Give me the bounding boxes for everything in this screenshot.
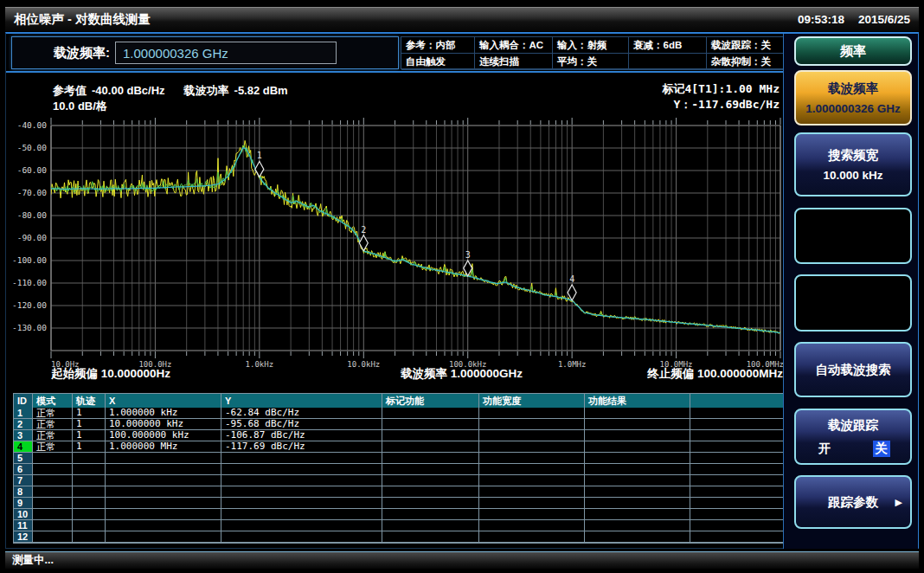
sidebar-button-blank-1[interactable]	[794, 208, 912, 264]
marker-cell	[690, 520, 787, 531]
softkey-value: 1.000000326 GHz	[805, 102, 901, 115]
marker-cell	[479, 441, 585, 453]
marker-table-row[interactable]: 1正常11.000000 kHz-62.84 dBc/Hz	[14, 408, 787, 419]
marker-cell	[479, 498, 585, 509]
marker-cell: -106.87 dBc/Hz	[221, 430, 382, 441]
marker-cell	[221, 464, 382, 475]
marker-cell	[690, 408, 787, 419]
marker-table-row[interactable]: 2正常110.000000 kHz-95.68 dBc/Hz	[14, 419, 787, 430]
marker-cell	[690, 441, 787, 453]
marker-cell	[690, 475, 787, 486]
setting-cell-r1-c2: 输入耦合：AC	[475, 37, 553, 54]
sidebar-button-carrier-tracking[interactable]: 载波跟踪开关	[794, 409, 912, 465]
marker-cell	[221, 453, 382, 464]
marker-cell	[106, 453, 221, 464]
marker-cell	[585, 453, 690, 464]
marker-cell	[585, 509, 690, 520]
sidebar-button-auto-carrier-search[interactable]: 自动载波搜索	[794, 342, 912, 397]
svg-text:1.0kHz: 1.0kHz	[246, 360, 274, 369]
marker-table-row[interactable]: 7	[14, 475, 787, 486]
sidebar-button-tracking-params[interactable]: 跟踪参数▶	[794, 475, 912, 529]
marker-cell: 模式	[33, 394, 73, 408]
marker-cell	[221, 509, 382, 520]
phase-noise-chart: -40.00-50.00-60.00-70.00-80.00-90.00-100…	[11, 74, 786, 390]
svg-text:-80.00: -80.00	[17, 210, 48, 220]
marker-cell: 正常	[33, 419, 73, 430]
marker-cell	[73, 509, 106, 520]
marker-cell	[73, 453, 106, 464]
start-offset-label: 起始频偏 10.000000Hz	[51, 366, 170, 382]
sidebar-button-blank-2[interactable]	[794, 274, 912, 332]
marker-table-row[interactable]: 10	[14, 509, 787, 520]
marker-cell	[585, 498, 690, 509]
marker-cell	[382, 509, 479, 520]
marker-table-row[interactable]: 6	[14, 464, 787, 475]
setting-cell-r2-c3: 平均：关	[553, 54, 629, 70]
marker-cell	[106, 509, 221, 520]
time-display: 09:53:18	[798, 13, 844, 26]
svg-text:-50.00: -50.00	[17, 143, 48, 152]
marker-table-row[interactable]: 4正常11.000000 MHz-117.69 dBc/Hz	[14, 441, 787, 453]
status-bar: 测量中...	[5, 551, 919, 569]
toggle-off-option[interactable]: 关	[873, 441, 891, 457]
carrier-frequency-input-bar[interactable]: 载波频率: 1.000000326 GHz	[11, 36, 399, 69]
measurement-settings-table: 参考：内部输入耦合：AC输入：射频衰减：6dB载波跟踪：关自由触发连续扫描平均：…	[401, 36, 786, 69]
marker-cell	[33, 453, 73, 464]
marker-cell	[33, 486, 73, 498]
toggle-on-option[interactable]: 开	[816, 441, 834, 457]
marker-cell	[585, 486, 690, 498]
marker-id-cell: 11	[14, 520, 33, 531]
svg-text:-40.00: -40.00	[17, 120, 48, 130]
marker-cell	[73, 475, 106, 486]
marker-cell	[382, 464, 479, 475]
marker-cell: 标记功能	[382, 394, 479, 408]
marker-cell	[479, 475, 585, 486]
marker-cell	[221, 531, 382, 543]
setting-cell-r1-c1: 参考：内部	[401, 37, 475, 54]
marker-cell	[221, 498, 382, 509]
setting-cell-r1-c3: 输入：射频	[553, 37, 629, 54]
svg-text:10.0kHz: 10.0kHz	[347, 360, 380, 369]
svg-text:4: 4	[569, 274, 574, 284]
marker-table-row[interactable]: 5	[14, 453, 787, 464]
marker-table-row[interactable]: 12	[14, 531, 787, 543]
marker-cell: -95.68 dBc/Hz	[221, 419, 382, 430]
marker-table-row[interactable]: 11	[14, 520, 787, 531]
sidebar-button-search-bandwidth[interactable]: 搜索频宽10.000 kHz	[794, 132, 912, 196]
svg-text:1.0MHz: 1.0MHz	[558, 360, 587, 369]
carrier-frequency-value-field[interactable]: 1.000000326 GHz	[115, 42, 337, 64]
marker-cell: 功能结果	[585, 394, 690, 408]
marker-table-row[interactable]: 9	[14, 498, 787, 509]
softkey-label: 载波频率	[828, 80, 878, 97]
trace-marker-1[interactable]	[255, 161, 264, 177]
marker-cell: 正常	[33, 430, 73, 441]
submenu-arrow-icon: ▶	[895, 497, 902, 508]
marker-id-cell: 4	[14, 441, 33, 453]
marker-cell	[479, 408, 585, 419]
setting-cell-r2-c5: 杂散抑制：关	[707, 54, 787, 70]
marker-cell	[73, 498, 106, 509]
marker-cell	[690, 531, 787, 543]
marker-cell	[690, 430, 787, 441]
marker-id-cell: 2	[14, 419, 33, 430]
marker-cell	[221, 520, 382, 531]
setting-cell-r1-c4: 衰减：6dB	[629, 37, 707, 54]
marker-cell	[585, 430, 690, 441]
setting-cell-r2-c2: 连续扫描	[475, 54, 553, 70]
marker-cell	[106, 486, 221, 498]
sidebar-button-carrier-frequency[interactable]: 载波频率1.000000326 GHz	[794, 70, 912, 126]
marker-cell	[690, 453, 787, 464]
carrier-tracking-toggle[interactable]: 开关	[816, 441, 890, 457]
svg-text:-60.00: -60.00	[17, 165, 48, 175]
marker-cell	[382, 441, 479, 453]
marker-table-row[interactable]: 8	[14, 486, 787, 498]
marker-cell	[73, 486, 106, 498]
marker-cell: -117.69 dBc/Hz	[221, 441, 382, 453]
marker-table: ID模式轨迹XY标记功能功能宽度功能结果1正常11.000000 kHz-62.…	[13, 393, 787, 544]
marker-cell	[33, 498, 73, 509]
marker-cell: 1	[73, 408, 106, 419]
marker-table-row[interactable]: 3正常1100.000000 kHz-106.87 dBc/Hz	[14, 430, 787, 441]
svg-text:3: 3	[465, 250, 471, 260]
marker-cell	[479, 419, 585, 430]
main-frame: 载波频率: 1.000000326 GHz 参考：内部输入耦合：AC输入：射频衰…	[5, 32, 919, 549]
